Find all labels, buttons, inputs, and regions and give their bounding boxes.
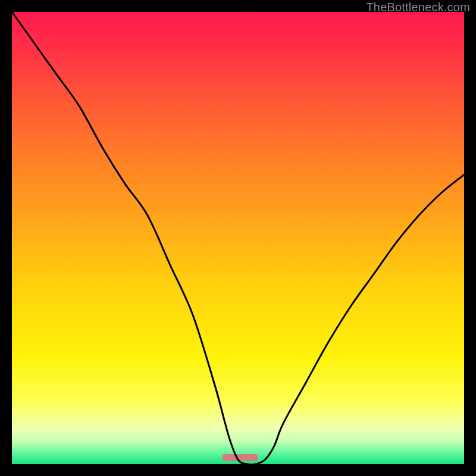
watermark-text: TheBottleneck.com [366,1,470,14]
bottleneck-curve [12,12,464,464]
chart-frame: TheBottleneck.com [0,0,476,476]
plot-area [12,12,464,464]
